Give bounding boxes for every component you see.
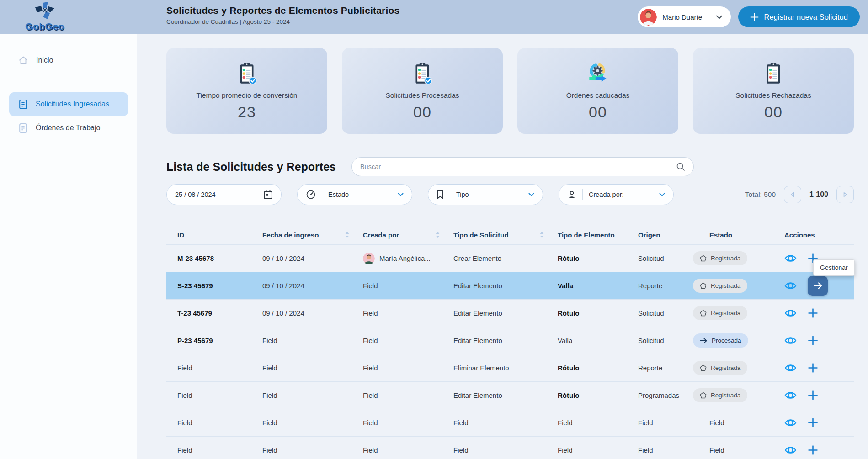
table-row[interactable]: T-23 4567909 / 10 / 2024FieldEditar Elem… — [166, 299, 854, 327]
cell-id: T-23 45679 — [166, 309, 262, 317]
creator-name: Field — [363, 391, 378, 399]
sort-icon[interactable] — [540, 231, 544, 238]
plus-icon — [750, 13, 759, 21]
cell-fecha: Field — [262, 391, 363, 399]
stat-cards: Tiempo promedio de conversión 23 Solicit… — [166, 48, 854, 134]
creator-name: Field — [363, 309, 378, 317]
add-button[interactable] — [808, 390, 818, 401]
column-header-4: Tipo de Elemento — [558, 231, 638, 239]
stat-card-solicitudes-procesadas: Solicitudes Procesadas 00 — [342, 48, 503, 134]
tipo-filter[interactable]: Tipo — [428, 184, 543, 205]
eye-icon — [784, 307, 797, 319]
eye-icon — [784, 389, 797, 401]
creator-avatar — [363, 253, 375, 264]
table-header: IDFecha de ingresoCreada porTipo de Soli… — [166, 225, 854, 244]
gauge-icon — [306, 190, 316, 200]
table-row[interactable]: P-23 45679FieldFieldEditar ElementoValla… — [166, 327, 854, 354]
clipboard-icon — [761, 61, 786, 88]
sidebar-item-inicio[interactable]: Inicio — [9, 48, 128, 72]
sidebar-item-solicitudes-ingresadas[interactable]: Solicitudes Ingresadas — [9, 92, 128, 116]
column-header-6: Estado — [693, 231, 772, 239]
plus-icon — [808, 445, 818, 455]
date-value: 25 / 08 / 2024 — [175, 191, 216, 198]
status-badge-registrada: Registrada — [693, 361, 747, 375]
search-icon[interactable] — [676, 162, 685, 171]
add-button[interactable] — [808, 363, 818, 373]
cell-tipo-solicitud: Editar Elemento — [453, 282, 558, 290]
cell-estado: Field — [693, 419, 772, 427]
person-icon — [567, 190, 576, 199]
table-row[interactable]: FieldFieldFieldFieldFieldFieldField — [166, 436, 854, 459]
column-label: Estado — [709, 231, 732, 239]
next-page-button[interactable] — [836, 186, 854, 203]
table-row[interactable]: FieldFieldFieldEditar ElementoRótuloProg… — [166, 381, 854, 409]
table-row[interactable]: FieldFieldFieldEliminar ElementoRótuloRe… — [166, 354, 854, 381]
stat-label: Solicitudes Rechazadas — [735, 91, 811, 100]
creada-por-filter-label: Creada por: — [589, 191, 624, 198]
cell-fecha: Field — [262, 446, 363, 454]
view-button[interactable] — [784, 280, 797, 292]
view-button[interactable] — [784, 389, 797, 401]
cell-estado: Registrada — [693, 361, 772, 375]
eye-icon — [784, 417, 797, 429]
column-header-3[interactable]: Tipo de Solicitud — [453, 231, 558, 239]
plus-icon — [808, 390, 818, 401]
creada-por-filter[interactable]: Creada por: — [559, 184, 674, 205]
view-button[interactable] — [784, 362, 797, 374]
view-button[interactable] — [784, 444, 797, 456]
view-button[interactable] — [784, 307, 797, 319]
pinwheel-logo-icon — [34, 2, 55, 22]
view-button[interactable] — [784, 252, 797, 264]
cell-fecha: Field — [262, 337, 363, 344]
cell-creada-por: Field — [363, 419, 453, 427]
bookmark-icon — [437, 190, 444, 199]
user-menu[interactable]: Mario Duarte — [638, 6, 730, 27]
cell-estado: Registrada — [693, 306, 772, 320]
date-filter[interactable]: 25 / 08 / 2024 — [166, 184, 282, 205]
sidebar-item-ordenes-de-trabajo[interactable]: Órdenes de Trabajo — [9, 116, 128, 140]
estado-filter[interactable]: Estado — [297, 184, 412, 205]
view-button[interactable] — [784, 417, 797, 429]
stat-value: 00 — [589, 103, 607, 121]
cell-origen: Programadas — [638, 391, 693, 399]
add-button[interactable] — [808, 445, 818, 455]
eye-icon — [784, 444, 797, 456]
chevron-down-icon[interactable] — [714, 15, 724, 19]
manage-button[interactable] — [808, 276, 828, 296]
previous-page-button[interactable] — [784, 186, 801, 203]
column-header-2[interactable]: Creada por — [363, 231, 453, 239]
view-button[interactable] — [784, 334, 797, 347]
user-name: Mario Duarte — [662, 13, 702, 21]
pentagon-icon — [700, 310, 707, 317]
search-input[interactable] — [360, 163, 676, 170]
table-body: M-23 4567809 / 10 / 2024María Angélica..… — [166, 244, 854, 459]
table-row[interactable]: FieldFieldFieldFieldFieldFieldField — [166, 409, 854, 436]
stat-card-tiempo-promedio: Tiempo promedio de conversión 23 — [166, 48, 327, 134]
cell-fecha: 09 / 10 / 2024 — [262, 254, 363, 262]
creator-name: Field — [363, 364, 378, 372]
requests-table: IDFecha de ingresoCreada porTipo de Soli… — [166, 225, 854, 459]
cell-id: Field — [166, 364, 262, 372]
register-new-request-button[interactable]: Registrar nueva Solicitud — [738, 6, 860, 27]
table-row[interactable]: M-23 4567809 / 10 / 2024María Angélica..… — [166, 244, 854, 272]
clipboard-check-icon — [234, 61, 259, 88]
add-button[interactable] — [808, 308, 818, 318]
chevron-down-icon — [528, 193, 534, 196]
eye-icon — [784, 334, 797, 347]
add-button[interactable] — [808, 335, 818, 346]
app-logo[interactable]: GobGeo — [17, 2, 72, 32]
cell-fecha: 09 / 10 / 2024 — [262, 282, 363, 290]
cell-tipo-solicitud: Editar Elemento — [453, 309, 558, 317]
cell-creada-por: Field — [363, 309, 453, 317]
add-button[interactable] — [808, 417, 818, 428]
clipboard-check-icon — [410, 61, 435, 88]
cell-creada-por: Field — [363, 337, 453, 344]
cell-creada-por: Field — [363, 282, 453, 290]
plus-icon — [808, 363, 818, 373]
sort-icon[interactable] — [345, 231, 349, 238]
cell-fecha: Field — [262, 419, 363, 427]
table-row[interactable]: S-23 4567909 / 10 / 2024FieldEditar Elem… — [166, 272, 854, 299]
cell-id: M-23 45678 — [166, 254, 262, 262]
column-header-1[interactable]: Fecha de ingreso — [262, 231, 363, 239]
sort-icon[interactable] — [436, 231, 440, 238]
